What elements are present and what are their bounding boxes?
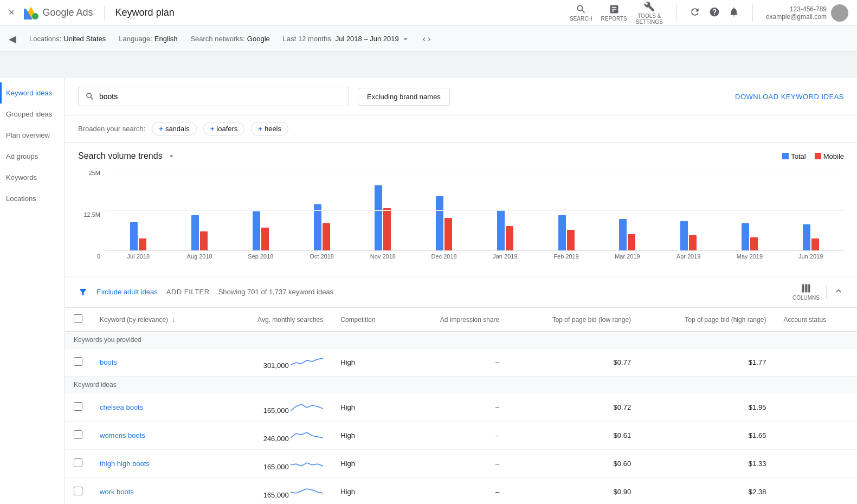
bid-low-header[interactable]: Top of page bid (low range) <box>508 308 640 332</box>
sidebar-item-grouped-ideas[interactable]: Grouped ideas <box>0 104 65 125</box>
language-filter: Language: English <box>119 35 177 43</box>
avg-cell: 165,000 <box>218 393 332 422</box>
keywords-table: Keyword (by relevance) ↓ Avg. monthly se… <box>65 308 857 504</box>
bar-group-dec-2018 <box>415 196 473 250</box>
row-checkbox-chelsea[interactable] <box>74 402 82 411</box>
keyword-link[interactable]: thigh high boots <box>100 460 150 468</box>
download-link[interactable]: DOWNLOAD KEYWORD IDEAS <box>735 93 844 101</box>
row-checkbox-cell <box>65 393 91 422</box>
close-button[interactable]: × <box>9 7 15 18</box>
search-input[interactable] <box>99 92 342 101</box>
bar-red-sep <box>261 228 269 250</box>
sidebar-toggle[interactable]: ◀ <box>9 33 16 45</box>
bar-red-nov <box>383 208 391 250</box>
date-next-button[interactable]: › <box>428 34 430 44</box>
chart-area <box>105 170 844 251</box>
row-checkbox-cell <box>65 422 91 450</box>
chart-dropdown-icon[interactable] <box>167 152 176 160</box>
sidebar-item-keywords[interactable]: Keywords <box>0 167 65 188</box>
search-nav-button[interactable]: SEARCH <box>570 4 592 22</box>
row-checkbox-thigh[interactable] <box>74 458 82 467</box>
legend-total-label: Total <box>791 152 806 160</box>
date-selector[interactable]: Last 12 months Jul 2018 – Jun 2019 <box>283 35 410 43</box>
bar-group-feb-2019 <box>537 215 595 250</box>
notifications-button[interactable] <box>729 7 739 19</box>
networks-value[interactable]: Google <box>247 35 270 43</box>
tools-nav-button[interactable]: TOOLS &SETTINGS <box>636 1 663 25</box>
sidebar-item-keyword-ideas[interactable]: Keyword ideas <box>0 82 65 104</box>
bid-low-cell: $0.60 <box>508 450 640 478</box>
keyword-link[interactable]: womens boots <box>100 431 145 440</box>
avg-value-boots: 301,000 <box>263 361 289 370</box>
user-avatar[interactable] <box>831 4 848 22</box>
competition-header[interactable]: Competition <box>332 308 403 332</box>
x-label-dec-2018: Dec 2018 <box>415 253 473 260</box>
bar-group-aug-2018 <box>171 215 229 250</box>
broaden-tag-sandals[interactable]: + sandals <box>152 122 196 135</box>
broaden-tag-loafers[interactable]: + loafers <box>203 122 245 135</box>
bar-red-apr <box>689 235 697 250</box>
broaden-tag-heels[interactable]: + heels <box>251 122 288 135</box>
select-all-checkbox[interactable] <box>74 314 82 323</box>
sidebar-item-locations[interactable]: Locations <box>0 188 65 209</box>
x-label-aug-2018: Aug 2018 <box>171 253 229 260</box>
status-cell-boots <box>775 348 857 377</box>
sidebar-item-ad-groups[interactable]: Ad groups <box>0 146 65 167</box>
refresh-button[interactable] <box>690 7 700 19</box>
table-row: work boots 165,000 High – $0.90 $2.38 <box>65 478 857 505</box>
table-row: womens boots 246,000 High – $0.61 $1.65 <box>65 422 857 450</box>
bar-blue-mar <box>619 219 627 250</box>
search-box-icon <box>85 92 95 101</box>
bar-red-jul <box>139 238 146 250</box>
avg-searches-header[interactable]: Avg. monthly searches <box>218 308 332 332</box>
competition-cell: High <box>332 422 403 450</box>
y-label-0: 0 <box>78 253 100 260</box>
account-status-header[interactable]: Account status <box>775 308 857 332</box>
sidebar-item-plan-overview[interactable]: Plan overview <box>0 125 65 146</box>
keyword-header-label: Keyword (by relevance) <box>100 316 168 324</box>
bar-blue-jun <box>803 224 810 250</box>
locations-value[interactable]: United States <box>63 35 106 43</box>
nav-divider-3 <box>752 4 753 22</box>
reports-nav-label: REPORTS <box>601 16 627 22</box>
add-filter-button[interactable]: ADD FILTER <box>166 288 210 296</box>
refresh-icon <box>690 7 700 17</box>
bar-red-may <box>750 237 758 250</box>
filter-row: Exclude adult ideas ADD FILTER Showing 7… <box>65 276 857 308</box>
date-prev-button[interactable]: ‹ <box>423 34 426 44</box>
brand-filter-button[interactable]: Excluding brand names <box>358 88 450 106</box>
help-button[interactable] <box>709 7 720 19</box>
collapse-button[interactable] <box>826 286 844 298</box>
main-layout: Keyword ideas Grouped ideas Plan overvie… <box>0 78 857 504</box>
bar-blue-apr <box>680 221 688 250</box>
tools-nav-label: TOOLS &SETTINGS <box>636 13 663 25</box>
row-checkbox-work[interactable] <box>74 487 82 495</box>
bid-high-header[interactable]: Top of page bid (high range) <box>640 308 775 332</box>
language-value[interactable]: English <box>154 35 178 43</box>
bid-high-cell: $1.33 <box>640 450 775 478</box>
columns-label: COLUMNS <box>792 295 820 301</box>
chart-legend: Total Mobile <box>782 152 844 160</box>
google-ads-logo-icon <box>23 5 38 21</box>
plus-icon-loafers: + <box>210 125 215 133</box>
main-content: Excluding brand names DOWNLOAD KEYWORD I… <box>65 78 857 504</box>
keyword-cell: chelsea boots <box>91 393 218 422</box>
columns-button[interactable]: COLUMNS <box>792 283 820 301</box>
tools-icon <box>644 1 655 12</box>
keyword-link[interactable]: chelsea boots <box>100 403 143 411</box>
keyword-cell: womens boots <box>91 422 218 450</box>
impression-cell: – <box>403 393 508 422</box>
keyword-link[interactable]: work boots <box>100 488 134 496</box>
grid-line-mid <box>105 210 844 211</box>
avg-cell-boots: 301,000 <box>218 348 332 377</box>
exclude-adult-link[interactable]: Exclude adult ideas <box>96 288 158 296</box>
networks-filter: Search networks: Google <box>190 35 269 43</box>
ad-impression-header[interactable]: Ad impression share <box>403 308 508 332</box>
row-checkbox-boots[interactable] <box>74 357 82 366</box>
keyword-column-header[interactable]: Keyword (by relevance) ↓ <box>91 308 218 332</box>
reports-nav-button[interactable]: REPORTS <box>601 4 627 22</box>
date-navigation: ‹ › <box>423 34 431 44</box>
keyword-link-boots[interactable]: boots <box>100 358 117 366</box>
row-checkbox-womens[interactable] <box>74 430 82 439</box>
legend-mobile-label: Mobile <box>823 152 844 160</box>
